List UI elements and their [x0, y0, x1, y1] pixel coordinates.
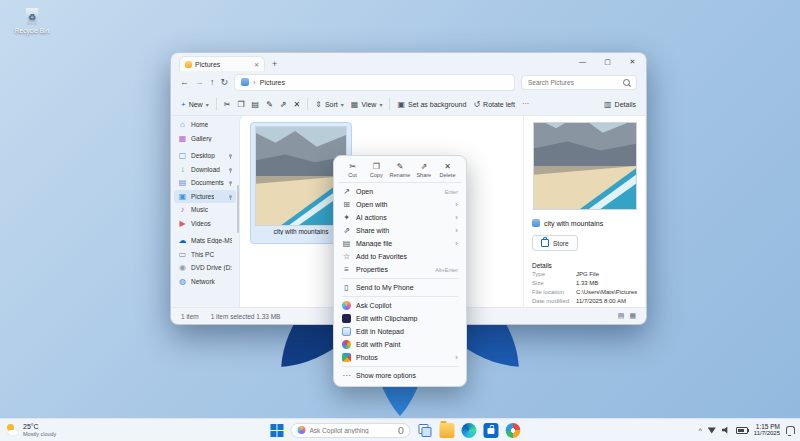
chevron-down-icon: ▾: [341, 101, 344, 108]
microphone-icon[interactable]: [398, 427, 403, 434]
delete-button[interactable]: ✕: [294, 100, 301, 109]
menu-item-manage-file[interactable]: ▤ Manage file ›: [338, 237, 462, 250]
paint-icon: [342, 340, 351, 349]
recycle-bin-shortcut[interactable]: ♻ Recycle Bin: [10, 8, 54, 34]
up-button[interactable]: ↑: [210, 77, 215, 87]
cut-button[interactable]: ✂: [224, 100, 231, 109]
minimize-button[interactable]: —: [570, 54, 595, 69]
maximize-button[interactable]: ▢: [595, 54, 620, 69]
breadcrumb[interactable]: Pictures: [260, 79, 285, 86]
menu-item-send-to-my-phone[interactable]: ▯ Send to My Phone: [338, 281, 462, 294]
tab-close-icon[interactable]: ✕: [254, 61, 259, 68]
rename-button[interactable]: ✎: [266, 100, 273, 109]
forward-button[interactable]: →: [195, 77, 204, 87]
sidebar-item-gallery[interactable]: ▦ Gallery: [174, 132, 236, 146]
sidebar-item-onedrive-account[interactable]: ☁ Mats Edge-MSFT: [174, 234, 236, 248]
menu-item-open[interactable]: ↗ Open Enter: [338, 185, 462, 198]
menu-item-edit-with-clipchamp[interactable]: Edit with Clipchamp: [338, 312, 462, 325]
menu-item-add-to-favorites[interactable]: ☆ Add to Favorites: [338, 250, 462, 263]
view-button[interactable]: ▦ View ▾: [351, 100, 383, 109]
store-button[interactable]: Store: [532, 235, 578, 251]
taskbar-search-box[interactable]: [290, 423, 410, 438]
sidebar-item-home[interactable]: ⌂ Home: [174, 118, 236, 132]
rotate-left-button[interactable]: ↺ Rotate left: [473, 100, 515, 109]
explorer-search-box[interactable]: [521, 75, 637, 90]
close-button[interactable]: ✕: [620, 54, 645, 69]
hidden-icons-chevron[interactable]: ^: [698, 427, 701, 434]
wifi-icon[interactable]: [708, 427, 716, 434]
store-bag-icon: [541, 239, 549, 247]
menu-item-photos[interactable]: Photos ›: [338, 351, 462, 364]
desktop: ♻ Recycle Bin Pictures ✕ + — ▢ ✕ ← → ↑ ↻: [0, 0, 800, 441]
file-explorer-button[interactable]: [439, 423, 454, 438]
favorites-star-icon: ☆: [342, 252, 351, 261]
volume-icon[interactable]: [722, 426, 730, 434]
quick-actions-row: ✂ Cut ❐ Copy ✎ Rename ⇗ Share ✕ Delete: [338, 160, 462, 183]
rename-icon: ✎: [389, 162, 412, 171]
new-button[interactable]: + New ▾: [181, 100, 209, 109]
weather-widget[interactable]: 25°C Mostly cloudy: [6, 419, 56, 441]
clipchamp-icon: [342, 314, 351, 323]
sidebar-item-dvd-drive[interactable]: ◉ DVD Drive (D:): [174, 261, 236, 275]
taskbar-clock[interactable]: 1:15 PM 11/7/2025: [754, 423, 780, 438]
explorer-search-input[interactable]: [528, 79, 620, 86]
menu-item-show-more-options[interactable]: ⋯ Show more options: [338, 369, 462, 382]
clock-time: 1:15 PM: [754, 423, 780, 431]
list-view-toggle[interactable]: ▤: [618, 312, 625, 320]
tab-pictures[interactable]: Pictures ✕: [179, 56, 265, 71]
menu-item-open-with[interactable]: ⊞ Open with ›: [338, 198, 462, 211]
notifications-bell-icon[interactable]: [786, 426, 795, 434]
delete-menu-button[interactable]: ✕ Delete: [436, 162, 459, 178]
cut-icon: ✂: [341, 162, 364, 171]
battery-icon[interactable]: [736, 427, 748, 434]
navigation-pane: ⌂ Home ▦ Gallery ▢ Desktop ↓ Download ▤ …: [171, 115, 239, 308]
new-tab-button[interactable]: +: [272, 59, 277, 69]
sidebar-item-this-pc[interactable]: ▭ This PC: [174, 248, 236, 262]
start-button[interactable]: [269, 423, 283, 437]
set-as-background-button[interactable]: ▣ Set as background: [397, 100, 466, 109]
microsoft-store-button[interactable]: [483, 423, 498, 438]
address-bar[interactable]: › Pictures: [234, 74, 515, 91]
menu-item-properties[interactable]: ≡ Properties Alt+Enter: [338, 263, 462, 276]
refresh-button[interactable]: ↻: [221, 77, 229, 87]
menu-item-ai-actions[interactable]: ✦ AI actions ›: [338, 211, 462, 224]
sidebar-item-documents[interactable]: ▤ Documents: [174, 176, 236, 190]
details-icon: ▥: [604, 100, 612, 109]
paste-button[interactable]: ▤: [252, 100, 260, 109]
task-view-button[interactable]: [417, 423, 432, 438]
more-options-button[interactable]: ⋯: [522, 100, 529, 108]
submenu-chevron-icon: ›: [453, 353, 458, 362]
taskbar-search-input[interactable]: [309, 427, 387, 434]
sidebar-item-network[interactable]: ◍ Network: [174, 275, 236, 289]
menu-separator: [342, 366, 458, 367]
photos-app-button[interactable]: [505, 423, 520, 438]
share-menu-button[interactable]: ⇗ Share: [412, 162, 435, 178]
menu-item-edit-with-paint[interactable]: Edit with Paint: [338, 338, 462, 351]
selected-file-row: city with mountains: [532, 219, 637, 227]
menu-item-edit-in-notepad[interactable]: Edit in Notepad: [338, 325, 462, 338]
detail-row-location: File location C:\Users\Mats\Pictures: [532, 287, 637, 296]
sidebar-item-pictures[interactable]: ▣ Pictures: [174, 190, 236, 204]
sidebar-item-videos[interactable]: ▶ Videos: [174, 217, 236, 231]
home-icon: ⌂: [178, 120, 187, 129]
menu-item-share-with[interactable]: ⇗ Share with ›: [338, 224, 462, 237]
item-count: 1 item: [181, 313, 199, 320]
selected-file-name: city with mountains: [544, 220, 603, 227]
grid-view-toggle[interactable]: ▦: [629, 312, 636, 320]
copy-button[interactable]: ❐: [237, 100, 244, 109]
sort-button[interactable]: ⇕ Sort ▾: [315, 100, 344, 109]
cut-menu-button[interactable]: ✂ Cut: [341, 162, 364, 178]
sidebar-item-download[interactable]: ↓ Download: [174, 163, 236, 177]
back-button[interactable]: ←: [180, 77, 189, 87]
rename-menu-button[interactable]: ✎ Rename: [389, 162, 412, 178]
breadcrumb-chevron-icon: ›: [253, 78, 256, 87]
sidebar-item-music[interactable]: ♪ Music: [174, 203, 236, 217]
share-button[interactable]: ⇗: [280, 100, 287, 109]
details-pane-toggle[interactable]: ▥ Details: [604, 100, 636, 109]
photos-icon: [342, 353, 351, 362]
copy-menu-button[interactable]: ❐ Copy: [365, 162, 388, 178]
navigation-bar: ← → ↑ ↻ › Pictures: [171, 71, 646, 93]
edge-browser-button[interactable]: [461, 423, 476, 438]
menu-item-ask-copilot[interactable]: Ask Copilot: [338, 299, 462, 312]
sidebar-item-desktop[interactable]: ▢ Desktop: [174, 149, 236, 163]
